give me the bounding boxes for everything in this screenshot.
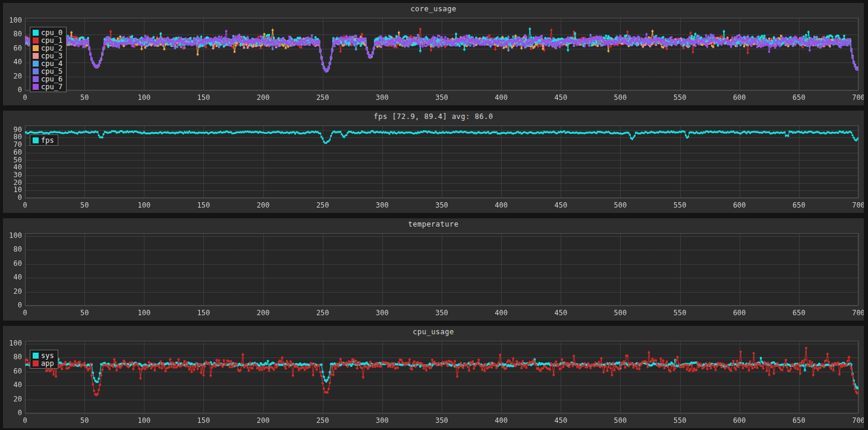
legend-item-cpu_0[interactable]: cpu_0 (33, 29, 62, 36)
cpu-usage-plot-canvas[interactable] (3, 337, 864, 428)
legend-swatch-icon (33, 30, 39, 36)
legend-swatch-icon (33, 353, 39, 359)
fps-plot-canvas[interactable] (3, 121, 864, 213)
chart-title-cpu-usage: cpu_usage (3, 326, 864, 337)
legend-item-cpu_1[interactable]: cpu_1 (33, 36, 62, 44)
legend: fps (30, 134, 58, 146)
legend-item-cpu_3[interactable]: cpu_3 (33, 52, 62, 59)
legend-swatch-icon (33, 45, 39, 51)
legend-item-cpu_7[interactable]: cpu_7 (33, 83, 62, 90)
chart-title-fps: fps [72.9, 89.4] avg: 86.0 (3, 111, 864, 121)
legend-swatch-icon (33, 61, 39, 67)
legend-item-fps[interactable]: fps (33, 136, 54, 144)
legend-item-cpu_6[interactable]: cpu_6 (33, 75, 62, 83)
chart-title-core-usage: core_usage (3, 3, 864, 14)
legend-swatch-icon (33, 137, 39, 143)
chart-panel-cpu-usage: cpu_usage sysapp (3, 326, 864, 428)
legend-item-cpu_5[interactable]: cpu_5 (33, 67, 62, 75)
legend-label: cpu_1 (41, 36, 62, 45)
core-usage-plot-canvas[interactable] (3, 14, 864, 105)
legend-label: cpu_7 (41, 83, 62, 91)
legend-item-app[interactable]: app (33, 359, 54, 367)
legend-label: cpu_6 (41, 75, 62, 83)
legend: cpu_0cpu_1cpu_2cpu_3cpu_4cpu_5cpu_6cpu_7 (30, 27, 67, 92)
temperature-plot-canvas[interactable] (3, 229, 864, 321)
legend-swatch-icon (33, 37, 39, 43)
legend: sysapp (30, 350, 58, 369)
legend-label: cpu_0 (41, 29, 62, 37)
legend-swatch-icon (33, 76, 39, 82)
chart-title-temperature: temperature (3, 218, 864, 229)
legend-label: fps (41, 136, 54, 145)
legend-label: cpu_5 (41, 67, 62, 76)
legend-swatch-icon (33, 84, 39, 90)
chart-panel-fps: fps [72.9, 89.4] avg: 86.0 fps (3, 111, 864, 213)
legend-item-cpu_4[interactable]: cpu_4 (33, 59, 62, 67)
legend-item-sys[interactable]: sys (33, 351, 54, 359)
legend-item-cpu_2[interactable]: cpu_2 (33, 44, 62, 52)
legend-swatch-icon (33, 68, 39, 74)
legend-swatch-icon (33, 360, 39, 366)
legend-label: cpu_3 (41, 52, 62, 60)
legend-label: app (41, 359, 54, 368)
legend-label: sys (41, 351, 54, 360)
chart-panel-core-usage: core_usage cpu_0cpu_1cpu_2cpu_3cpu_4cpu_… (3, 3, 864, 105)
legend-label: cpu_2 (41, 44, 62, 52)
legend-swatch-icon (33, 53, 39, 59)
legend-label: cpu_4 (41, 59, 62, 68)
chart-panel-temperature: temperature (3, 218, 864, 321)
